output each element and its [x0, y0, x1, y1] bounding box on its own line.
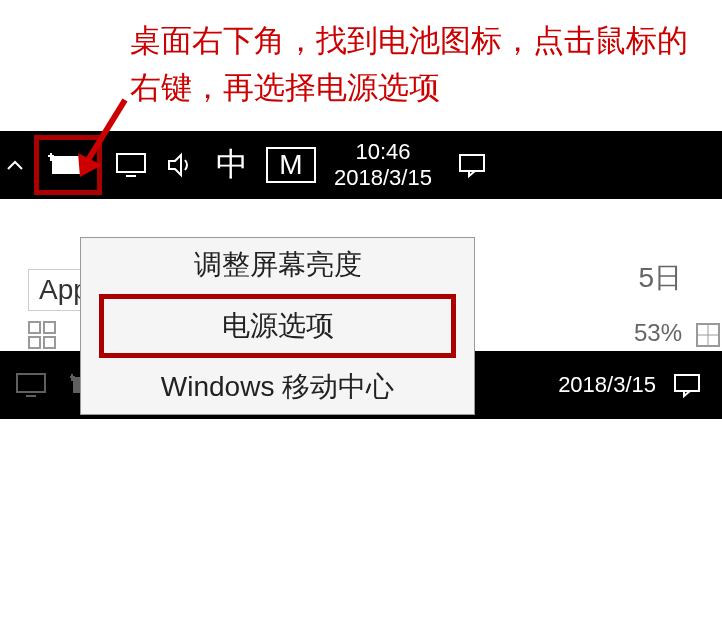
menu-item-mobility-center[interactable]: Windows 移动中心 [81, 360, 474, 414]
grid-view-icon[interactable] [26, 319, 58, 351]
svg-rect-7 [29, 322, 40, 333]
menu-item-power-options[interactable]: 电源选项 [99, 294, 456, 358]
svg-rect-6 [460, 155, 484, 171]
notifications-icon[interactable] [672, 371, 702, 399]
partial-date-text: 5日 [638, 259, 682, 297]
expand-icon[interactable] [694, 321, 722, 349]
svg-rect-10 [44, 337, 55, 348]
monitor-icon[interactable] [14, 371, 48, 399]
svg-rect-8 [44, 322, 55, 333]
battery-context-menu: 调整屏幕亮度 电源选项 Windows 移动中心 [80, 237, 475, 415]
chevron-up-icon[interactable] [0, 131, 30, 199]
date-text-bottom[interactable]: 2018/3/15 [558, 372, 656, 398]
ime-indicator[interactable]: 中 [206, 131, 258, 199]
notifications-icon[interactable] [442, 131, 502, 199]
clock-date[interactable]: 10:46 2018/3/15 [334, 139, 432, 192]
date-text: 2018/3/15 [334, 165, 432, 191]
m-tray-icon[interactable]: M [266, 147, 316, 183]
svg-rect-20 [675, 375, 699, 391]
percent-text: 53% [634, 319, 682, 347]
menu-item-brightness[interactable]: 调整屏幕亮度 [81, 238, 474, 292]
svg-rect-9 [29, 337, 40, 348]
time-text: 10:46 [355, 139, 410, 165]
instruction-text: 桌面右下角，找到电池图标，点击鼠标的右键，再选择电源选项 [130, 18, 692, 111]
svg-line-0 [88, 100, 125, 160]
annotation-arrow [70, 95, 130, 170]
speaker-icon[interactable] [156, 131, 206, 199]
svg-rect-14 [17, 374, 45, 392]
